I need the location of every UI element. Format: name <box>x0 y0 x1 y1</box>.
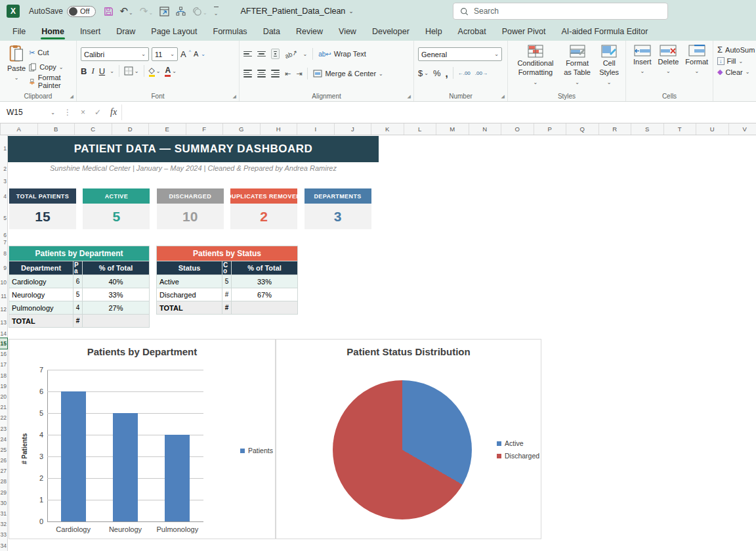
autosum-button[interactable]: ΣAutoSum⌄ <box>717 45 756 55</box>
table-cell[interactable]: 5 <box>222 275 232 288</box>
font-size-select[interactable]: 11⌄ <box>152 47 178 61</box>
bar-pulmonology[interactable] <box>165 435 190 521</box>
align-center-button[interactable] <box>257 68 266 78</box>
row-header-4[interactable]: 4 <box>0 188 7 205</box>
clipboard-dialog-launcher[interactable]: ◢ <box>70 94 74 99</box>
cell-styles-button[interactable]: Cell Styles ⌄ <box>595 43 623 87</box>
row-header-31[interactable]: 31 <box>0 508 7 519</box>
formula-input[interactable] <box>121 104 756 120</box>
name-box[interactable]: W15⌄ <box>3 104 59 120</box>
table-cell[interactable]: 6 <box>74 275 83 288</box>
delete-cells-button[interactable]: Delete ⌄ <box>655 43 682 76</box>
clear-button[interactable]: ◆Clear⌄ <box>717 68 756 76</box>
row-header-16[interactable]: 16 <box>0 349 7 359</box>
table-cell[interactable] <box>232 301 297 314</box>
row-header-29[interactable]: 29 <box>0 487 7 498</box>
paste-button[interactable]: Paste ⌄ <box>4 43 29 88</box>
conditional-formatting-button[interactable]: Conditional Formatting ⌄ <box>512 43 559 87</box>
table-cell[interactable]: Pulmonology <box>9 301 74 314</box>
align-middle-button[interactable] <box>257 50 266 58</box>
fill-button[interactable]: ↓Fill⌄ <box>717 57 756 65</box>
column-header-T[interactable]: T <box>664 123 697 135</box>
decrease-decimal-button[interactable]: .00→ <box>475 70 488 76</box>
tab-power-pivot[interactable]: Power Pivot <box>495 24 553 41</box>
format-cells-button[interactable]: Format ⌄ <box>682 43 711 76</box>
table-cell[interactable] <box>83 314 149 327</box>
table-row[interactable]: Active533% <box>157 275 297 288</box>
select-all-corner[interactable] <box>0 123 1 135</box>
row-header-17[interactable]: 17 <box>0 359 7 370</box>
table-row[interactable]: Pulmonology427% <box>9 301 149 314</box>
increase-indent-button[interactable]: ⇥ <box>296 70 302 78</box>
table-cell[interactable]: TOTAL <box>157 301 222 314</box>
row-header-25[interactable]: 25 <box>0 445 7 455</box>
increase-decimal-button[interactable]: ←.00 <box>458 70 471 76</box>
table-cell[interactable]: 67% <box>232 288 297 301</box>
align-left-button[interactable] <box>243 68 252 78</box>
tab-ai-aided-formula-editor[interactable]: AI-aided Formula Editor <box>554 24 655 41</box>
font-family-select[interactable]: Calibri⌄ <box>81 47 149 61</box>
table-cell[interactable]: # <box>222 301 232 314</box>
column-header-L[interactable]: L <box>404 123 437 135</box>
tab-data[interactable]: Data <box>256 24 287 41</box>
row-header-11[interactable]: 11 <box>0 290 7 303</box>
row-header-21[interactable]: 21 <box>0 402 7 412</box>
table-cell[interactable]: Cardiology <box>9 275 74 288</box>
table-row[interactable]: Cardiology640% <box>9 275 149 288</box>
row-header-34[interactable]: 34 <box>0 540 7 551</box>
table-cell[interactable]: # <box>222 288 232 301</box>
row-header-19[interactable]: 19 <box>0 381 7 391</box>
dashboard-banner-cell[interactable]: PATIENT DATA — SUMMARY DASHBOARD <box>8 136 379 162</box>
tab-developer[interactable]: Developer <box>365 24 417 41</box>
tab-review[interactable]: Review <box>289 24 330 41</box>
table-row[interactable]: Neurology533% <box>9 288 149 301</box>
row-header-15[interactable]: 15 <box>0 338 7 349</box>
column-header-O[interactable]: O <box>501 123 534 135</box>
kpi-card-total-patients[interactable]: TOTAL PATIENTS15 <box>9 188 76 229</box>
number-format-select[interactable]: General⌄ <box>418 47 502 61</box>
kpi-card-duplicates-removed[interactable]: DUPLICATES REMOVED2 <box>230 188 297 229</box>
table-cell[interactable]: Active <box>157 275 222 288</box>
row-header-28[interactable]: 28 <box>0 476 7 487</box>
search-box[interactable]: Search <box>453 3 668 20</box>
column-header-G[interactable]: G <box>223 123 261 135</box>
hierarchy-button[interactable] <box>176 7 186 16</box>
column-header-C[interactable]: C <box>75 123 112 135</box>
column-header-H[interactable]: H <box>261 123 298 135</box>
cancel-entry-button[interactable]: × <box>76 108 90 117</box>
row-header-24[interactable]: 24 <box>0 434 7 445</box>
bar-chart[interactable]: Patients by Department01234567# Patients… <box>9 339 276 539</box>
table-cell[interactable]: TOTAL <box>9 314 74 327</box>
row-header-1[interactable]: 1 <box>0 135 7 162</box>
format-as-table-button[interactable]: Format as Table ⌄ <box>559 43 595 87</box>
merge-center-button[interactable]: Merge & Center⌄ <box>313 67 383 80</box>
row-header-7[interactable]: 7 <box>0 238 7 246</box>
row-header-23[interactable]: 23 <box>0 424 7 434</box>
tab-file[interactable]: File <box>5 24 33 41</box>
save-button[interactable] <box>104 7 114 16</box>
column-header-E[interactable]: E <box>149 123 186 135</box>
bar-cardiology[interactable] <box>61 391 86 521</box>
insert-function-button[interactable]: fx <box>106 107 121 118</box>
column-header-M[interactable]: M <box>436 123 469 135</box>
align-bottom-button[interactable] <box>271 49 280 59</box>
row-header-6[interactable]: 6 <box>0 232 7 238</box>
column-header-R[interactable]: R <box>599 123 632 135</box>
kpi-card-departments[interactable]: DEPARTMENTS3 <box>304 188 371 229</box>
document-title[interactable]: AFTER_Patient_Data_Clean⌄ <box>241 7 354 16</box>
row-header-26[interactable]: 26 <box>0 455 7 466</box>
format-painter-button[interactable]: Format Painter <box>29 75 74 88</box>
column-header-I[interactable]: I <box>297 123 335 135</box>
dashboard-subtitle-cell[interactable]: Sunshine Medical Center | January – May … <box>8 164 379 172</box>
column-header-J[interactable]: J <box>335 123 372 135</box>
column-header-V[interactable]: V <box>729 123 756 135</box>
align-right-button[interactable] <box>271 68 280 78</box>
tab-help[interactable]: Help <box>418 24 450 41</box>
row-header-12[interactable]: 12 <box>0 303 7 316</box>
table-cell[interactable]: 5 <box>74 288 83 301</box>
copy-shapes-button[interactable]: ⌄ <box>192 7 207 16</box>
insert-cells-button[interactable]: Insert ⌄ <box>630 43 655 76</box>
pie-chart[interactable]: Patient Status DistributionActiveDischar… <box>276 339 541 539</box>
column-header-U[interactable]: U <box>696 123 729 135</box>
redo-button[interactable]: ↷⌄ <box>140 5 153 17</box>
